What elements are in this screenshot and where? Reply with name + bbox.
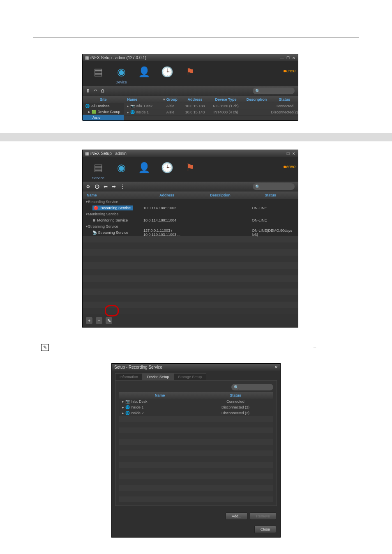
col-description[interactable]: Description	[242, 97, 271, 102]
remove-button[interactable]: −	[96, 317, 102, 324]
tab-storage-setup[interactable]: Storage Setup	[174, 373, 207, 380]
close-icon[interactable]: ✕	[274, 365, 278, 369]
table-header: Name ▾ Group Address Device Type Descrip…	[124, 96, 298, 103]
titlebar: Setup - Recording Service ✕	[112, 364, 280, 371]
nav-user[interactable]: 👤	[137, 65, 152, 84]
nav-server[interactable]: ▤Service	[91, 160, 106, 180]
wifi-icon[interactable]: ⌔	[94, 88, 97, 94]
caption-icons: ✎ −	[0, 340, 392, 363]
nav-device[interactable]: ◉	[114, 160, 129, 180]
add-button[interactable]: Add...	[226, 512, 248, 520]
gear-icon[interactable]: ⚙	[86, 184, 90, 189]
device-setup-window: ▦ iNEX Setup - admin(127.0.0.1) — ☐ ✕ en…	[82, 54, 298, 121]
sidebar-item-aisle[interactable]: Aisle	[83, 115, 124, 120]
nav-clock[interactable]: 🕒	[160, 65, 175, 84]
titlebar: ▦ iNEX Setup - admin(127.0.0.1) — ☐ ✕	[83, 54, 298, 61]
nav-server[interactable]: ▤	[91, 65, 106, 84]
toolbar: ⬆ ⌔ ⎙ 🔍	[83, 86, 298, 96]
search-input[interactable]: 🔍	[231, 384, 273, 390]
close-icon[interactable]: ✕	[292, 152, 295, 156]
empty-rows	[119, 416, 273, 502]
close-icon[interactable]: ✕	[292, 56, 295, 60]
remove-button[interactable]: Remove	[250, 512, 276, 520]
table-row[interactable]: ▸ 🌐 Inside 1 Disconnected (2)	[119, 404, 273, 410]
table-row[interactable]: ▸ 🌐 Inside 2 Disconnected (2)	[119, 410, 273, 416]
titlebar: ▦ iNEX Setup - admin — ☐ ✕	[83, 150, 298, 157]
app-icon: ▦	[85, 151, 89, 156]
col-group[interactable]: ▾ Group	[160, 97, 180, 102]
nav-flag[interactable]: ⚑	[183, 160, 198, 180]
top-nav: eneo ▤Service ◉ 👤 🕒 ⚑	[83, 157, 298, 182]
col-status[interactable]: Status	[198, 393, 273, 397]
add-button[interactable]: +	[86, 317, 92, 324]
table-row[interactable]: 🔴 Recording Service 10.0.114.188:11002 O…	[83, 205, 298, 211]
sidebar-item-device-group[interactable]: ▸ 🟩 Device Group	[83, 109, 124, 115]
table-row[interactable]: ▸ 📷 Info. Desk Connected	[119, 399, 273, 404]
nav-flag[interactable]: ⚑	[183, 65, 198, 84]
sidebar-header: Site	[83, 96, 124, 103]
minimize-icon[interactable]: —	[280, 56, 284, 60]
brand-logo: eneo	[284, 69, 295, 73]
export-icon[interactable]: ➡	[112, 184, 116, 189]
col-name[interactable]: Name	[119, 393, 198, 397]
button-bar: Add... Remove	[112, 509, 280, 523]
import-icon[interactable]: ⬅	[104, 184, 108, 189]
search-input[interactable]: 🔍	[253, 88, 295, 94]
power-icon[interactable]: ⏻	[95, 184, 99, 189]
table-row[interactable]: ▸ 🌐 Inside 1 Aisle 10.0.15.143 INT4000 (…	[124, 109, 298, 115]
empty-rows	[83, 236, 298, 314]
footer-toolbar: + − ✎	[83, 314, 298, 327]
col-name[interactable]: Name	[83, 193, 136, 197]
tab-information[interactable]: Information	[115, 373, 143, 380]
table-row[interactable]: 📡 Streaming Service 127.0.0.1:11003 / 10…	[83, 229, 298, 236]
maximize-icon[interactable]: ☐	[286, 152, 290, 156]
window-title: iNEX Setup - admin	[90, 151, 127, 156]
col-description[interactable]: Description	[198, 193, 243, 197]
brand-logo: eneo	[284, 164, 295, 169]
top-nav: eneo ▤ ◉Device 👤 🕒 ⚑	[83, 61, 298, 86]
minus-icon: −	[313, 344, 316, 351]
table-row[interactable]: 🖥 Monitoring Service 10.0.114.188:11004 …	[83, 217, 298, 224]
group-recording[interactable]: ▾ Recording Service	[83, 199, 298, 205]
search-input[interactable]: 🔍	[253, 183, 295, 190]
service-setup-window: ▦ iNEX Setup - admin — ☐ ✕ eneo ▤Service…	[82, 150, 298, 328]
nav-clock[interactable]: 🕒	[160, 160, 175, 180]
export-icon[interactable]: ⬆	[86, 88, 90, 94]
sidebar-item-layout[interactable]: ▣ Layout	[83, 120, 124, 121]
table-header: Name Status	[119, 392, 273, 399]
edit-icon: ✎	[41, 344, 49, 351]
tabs: Information Device Setup Storage Setup	[112, 371, 280, 380]
app-icon: ▦	[85, 55, 89, 60]
col-status[interactable]: Status	[243, 193, 298, 197]
tab-device-setup[interactable]: Device Setup	[143, 373, 174, 380]
col-name[interactable]: Name	[124, 97, 160, 102]
recording-service-dialog: Setup - Recording Service ✕ Information …	[111, 363, 281, 538]
col-address[interactable]: Address	[136, 193, 198, 197]
window-title: iNEX Setup - admin(127.0.0.1)	[90, 55, 146, 60]
table-row[interactable]: ▸ 📷 Info. Desk Aisle 10.0.15.188 NC-B120…	[124, 103, 298, 109]
device-table: Name ▾ Group Address Device Type Descrip…	[124, 96, 298, 120]
nav-user[interactable]: 👤	[137, 160, 152, 180]
list-icon[interactable]: ⋮	[120, 184, 125, 189]
group-monitoring[interactable]: ▾ Monitoring Service	[83, 211, 298, 217]
table-header: Name Address Description Status	[83, 192, 298, 199]
printer-icon[interactable]: ⎙	[101, 88, 104, 94]
maximize-icon[interactable]: ☐	[286, 56, 290, 60]
col-address[interactable]: Address	[180, 97, 209, 102]
toolbar: ⚙ ⏻ ⬅ ➡ ⋮ 🔍	[83, 182, 298, 192]
col-device-type[interactable]: Device Type	[209, 97, 242, 102]
nav-device[interactable]: ◉Device	[114, 65, 129, 84]
minimize-icon[interactable]: —	[280, 152, 284, 156]
sidebar-item-all-devices[interactable]: 🌐 All Devices	[83, 103, 124, 109]
sidebar: Site 🌐 All Devices ▸ 🟩 Device Group Aisl…	[83, 96, 124, 120]
dialog-title: Setup - Recording Service	[114, 365, 162, 369]
close-button[interactable]: Close	[254, 526, 276, 533]
edit-button[interactable]: ✎	[106, 317, 112, 324]
col-status[interactable]: Status	[271, 97, 298, 102]
